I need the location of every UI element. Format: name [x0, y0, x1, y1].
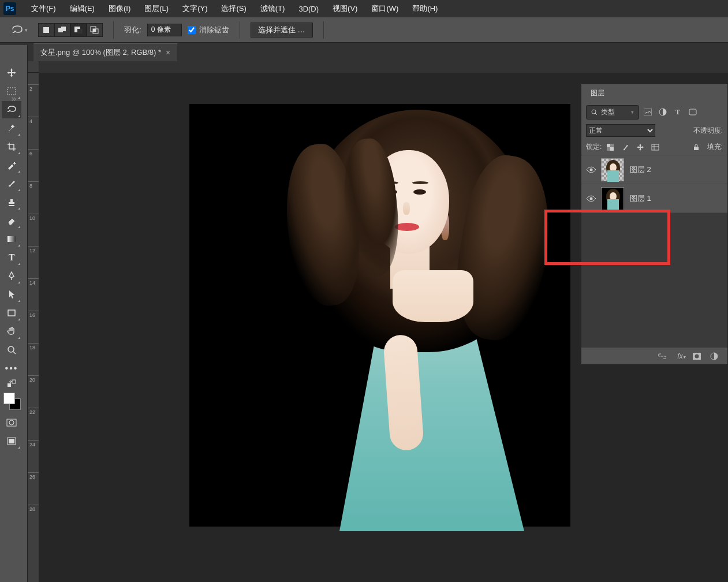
- mask-icon[interactable]: [693, 353, 704, 360]
- svg-rect-13: [12, 380, 16, 383]
- document-canvas[interactable]: [189, 104, 570, 527]
- menu-bar: Ps 文件(F) 编辑(E) 图像(I) 图层(L) 文字(Y) 选择(S) 滤…: [0, 0, 728, 17]
- lock-move-icon[interactable]: [634, 141, 647, 153]
- layer-filter-type[interactable]: 类型 ▾: [586, 105, 639, 120]
- layer-blend-row: 正常 不透明度:: [581, 122, 727, 139]
- opacity-label: 不透明度:: [693, 126, 723, 136]
- selection-add[interactable]: [54, 23, 70, 37]
- lock-artboard-icon[interactable]: [649, 141, 662, 153]
- layer-list: 图层 2 图层 1: [581, 155, 727, 347]
- magic-wand-tool[interactable]: [2, 120, 21, 137]
- menu-3d[interactable]: 3D(D): [292, 1, 326, 17]
- ruler-corner: [28, 61, 39, 73]
- layers-panel-footer: fx▾: [581, 347, 727, 364]
- selection-new[interactable]: [38, 23, 54, 37]
- adjust-filter-icon[interactable]: [656, 106, 669, 118]
- color-swatches[interactable]: [3, 393, 21, 410]
- svg-rect-7: [93, 29, 96, 32]
- layers-tab[interactable]: 图层: [581, 84, 614, 102]
- brush-tool[interactable]: [2, 175, 21, 192]
- layer-thumbnail[interactable]: [601, 158, 624, 181]
- quickmask-toggle[interactable]: [2, 414, 21, 431]
- image-filter-icon[interactable]: [641, 106, 654, 118]
- svg-rect-0: [43, 27, 49, 33]
- layer-filter-row: 类型 ▾ T: [581, 102, 727, 122]
- eye-icon: [586, 195, 596, 202]
- layer-lock-row: 锁定: 填充:: [581, 139, 727, 155]
- rectangle-tool[interactable]: [2, 304, 21, 322]
- screen-mode-toggle[interactable]: [2, 432, 21, 450]
- search-icon: [591, 109, 598, 115]
- antialias-check[interactable]: [188, 26, 196, 34]
- link-layers-icon[interactable]: [658, 353, 670, 359]
- portrait-image: [259, 110, 570, 527]
- tools-panel: T •••: [0, 61, 28, 582]
- svg-point-15: [9, 420, 14, 425]
- layer-thumbnail[interactable]: [601, 187, 624, 210]
- document-tab-title: 女星.png @ 100% (图层 2, RGB/8) *: [40, 47, 161, 58]
- menu-layer[interactable]: 图层(L): [137, 0, 176, 17]
- select-and-mask-button[interactable]: 选择并遮住 …: [251, 23, 313, 38]
- antialias-checkbox[interactable]: 消除锯齿: [188, 25, 229, 35]
- crop-tool[interactable]: [2, 138, 21, 155]
- svg-rect-12: [8, 383, 11, 387]
- gradient-tool[interactable]: [2, 230, 21, 248]
- expand-toolbar-icon[interactable]: »: [0, 90, 28, 107]
- color-swap-icon[interactable]: [2, 378, 21, 389]
- fg-color-swatch[interactable]: [3, 393, 15, 404]
- menu-edit[interactable]: 编辑(E): [63, 0, 102, 17]
- menu-select[interactable]: 选择(S): [214, 0, 253, 17]
- app-logo: Ps: [3, 2, 16, 15]
- ruler-vertical[interactable]: 246810121416182022242628: [28, 73, 39, 582]
- svg-rect-17: [9, 439, 14, 443]
- svg-rect-24: [610, 147, 614, 151]
- zoom-tool[interactable]: [2, 341, 21, 359]
- svg-rect-9: [8, 236, 16, 242]
- visibility-toggle[interactable]: [581, 166, 601, 173]
- eraser-tool[interactable]: [2, 212, 21, 229]
- svg-point-18: [592, 110, 596, 114]
- svg-rect-26: [694, 147, 699, 150]
- layer-name[interactable]: 图层 2: [630, 165, 651, 175]
- menu-window[interactable]: 窗口(W): [364, 0, 405, 17]
- menu-help[interactable]: 帮助(H): [405, 0, 445, 17]
- type-filter-icon[interactable]: T: [671, 106, 684, 118]
- options-bar: ▾ 羽化: 消除锯齿 选择并遮住 …: [0, 17, 728, 43]
- type-tool[interactable]: T: [2, 249, 21, 266]
- path-select-tool[interactable]: [2, 286, 21, 303]
- lock-all-icon[interactable]: [690, 141, 703, 153]
- blend-mode-select[interactable]: 正常: [586, 124, 655, 137]
- layer-row[interactable]: 图层 1: [581, 184, 727, 213]
- close-tab-icon[interactable]: ×: [166, 48, 170, 57]
- layer-row[interactable]: 图层 2: [581, 155, 727, 184]
- svg-rect-23: [607, 144, 610, 147]
- adjustment-layer-icon[interactable]: [710, 352, 722, 360]
- feather-input[interactable]: [147, 24, 182, 36]
- fx-icon[interactable]: fx▾: [675, 352, 687, 360]
- svg-rect-10: [8, 310, 15, 316]
- selection-subtract[interactable]: [70, 23, 87, 37]
- edit-toolbar[interactable]: •••: [2, 360, 21, 377]
- visibility-toggle[interactable]: [581, 195, 601, 202]
- layers-panel-tabs: 图层: [581, 84, 727, 102]
- pen-tool[interactable]: [2, 267, 21, 285]
- shape-filter-icon[interactable]: [686, 106, 699, 118]
- lock-paint-icon[interactable]: [619, 141, 632, 153]
- move-tool[interactable]: [2, 64, 21, 81]
- stamp-tool[interactable]: [2, 193, 21, 211]
- lasso-icon: [11, 25, 24, 35]
- selection-intersect[interactable]: [87, 23, 103, 37]
- antialias-label: 消除锯齿: [199, 25, 229, 35]
- hand-tool[interactable]: [2, 323, 21, 340]
- svg-rect-21: [689, 109, 696, 115]
- eyedropper-tool[interactable]: [2, 156, 21, 174]
- document-tab[interactable]: 女星.png @ 100% (图层 2, RGB/8) * ×: [33, 43, 177, 61]
- current-tool-preview[interactable]: ▾: [10, 21, 28, 39]
- menu-image[interactable]: 图像(I): [102, 0, 137, 17]
- menu-type[interactable]: 文字(Y): [176, 0, 214, 17]
- layer-name[interactable]: 图层 1: [630, 193, 651, 204]
- menu-filter[interactable]: 滤镜(T): [253, 0, 292, 17]
- menu-view[interactable]: 视图(V): [326, 0, 364, 17]
- lock-transparency-icon[interactable]: [604, 141, 617, 153]
- menu-file[interactable]: 文件(F): [24, 0, 63, 17]
